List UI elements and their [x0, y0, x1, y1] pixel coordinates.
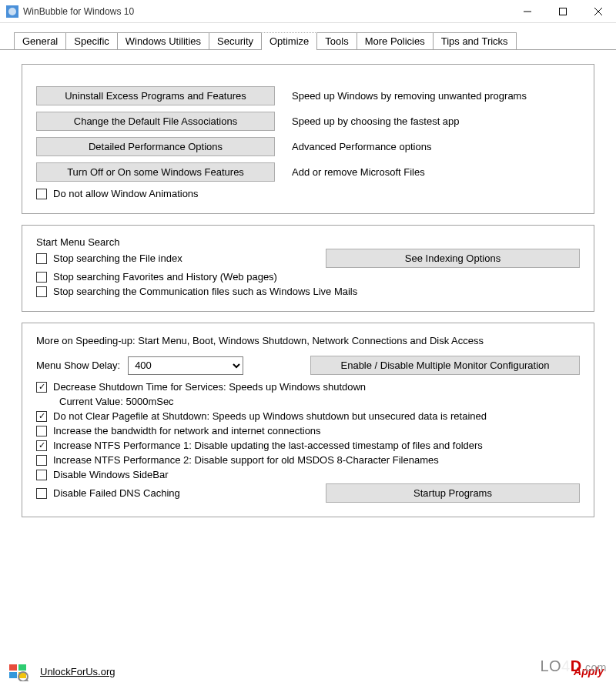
stop-file-index-label: Stop searching the File index	[53, 253, 182, 264]
svg-rect-8	[9, 672, 17, 678]
svg-rect-7	[18, 664, 26, 671]
speedup-title: More on Speeding-up: Start Menu, Boot, W…	[36, 334, 498, 348]
indexing-options-button[interactable]: See Indexing Options	[326, 249, 580, 268]
minimize-button[interactable]	[510, 0, 545, 23]
no-animations-label: Do not allow Window Animations	[53, 188, 199, 199]
stop-favorites-label: Stop searching Favorites and History (We…	[53, 271, 277, 283]
tab-windows-utilities[interactable]: Windows Utilities	[117, 32, 209, 49]
decrease-shutdown-label: Decrease Shutdown Time for Services: Spe…	[53, 381, 366, 393]
disable-sidebar-checkbox[interactable]	[36, 470, 47, 480]
tab-security[interactable]: Security	[209, 32, 262, 49]
svg-point-1	[8, 8, 16, 15]
stop-comm-files-checkbox[interactable]	[36, 286, 47, 297]
stop-file-index-checkbox[interactable]	[36, 253, 47, 264]
decrease-shutdown-checkbox[interactable]	[36, 382, 47, 393]
app-icon	[6, 5, 18, 18]
no-clear-pagefile-checkbox[interactable]	[36, 411, 47, 422]
search-group-title: Start Menu Search	[36, 236, 326, 248]
increase-bandwidth-checkbox[interactable]	[36, 426, 47, 436]
tab-tools[interactable]: Tools	[316, 32, 357, 49]
svg-rect-6	[9, 664, 17, 671]
footer: UnlockForUs.org Apply	[8, 661, 608, 681]
perf-options-button[interactable]: Detailed Performance Options	[36, 137, 275, 156]
uninstall-desc: Speed up Windows by removing unwanted pr…	[275, 90, 580, 102]
no-animations-checkbox[interactable]	[36, 189, 47, 199]
maximize-button[interactable]	[545, 0, 581, 23]
uninstall-programs-button[interactable]: Uninstall Excess Programs and Features	[36, 86, 275, 105]
ntfs2-checkbox[interactable]	[36, 455, 47, 466]
monitor-config-button[interactable]: Enable / Disable Multiple Monitor Config…	[310, 356, 580, 375]
menu-delay-combo[interactable]: 400	[128, 356, 243, 375]
tab-general[interactable]: General	[14, 32, 66, 49]
window-title: WinBubble for Windows 10	[23, 6, 510, 17]
footer-link[interactable]: UnlockForUs.org	[40, 666, 116, 677]
footer-logo-icon	[8, 661, 29, 681]
menu-delay-label: Menu Show Delay:	[36, 360, 120, 371]
shutdown-current-value: Current Value: 5000mSec	[59, 396, 580, 407]
tab-specific[interactable]: Specific	[65, 32, 118, 49]
no-clear-pagefile-label: Do not Clear Pagefile at Shutdown: Speed…	[53, 410, 487, 422]
file-assoc-button[interactable]: Change the Default File Associations	[36, 112, 275, 131]
tab-optimize[interactable]: Optimize	[261, 32, 317, 50]
speedup-group: More on Speeding-up: Start Menu, Boot, W…	[22, 323, 594, 517]
file-assoc-desc: Speed up by choosing the fastest app	[275, 115, 580, 127]
watermark: LO4D.com	[540, 657, 607, 675]
increase-bandwidth-label: Increase the bandwidth for network and i…	[53, 425, 321, 436]
start-menu-search-group: Start Menu Search Stop searching the Fil…	[22, 225, 594, 312]
windows-features-button[interactable]: Turn Off or On some Windows Features	[36, 162, 275, 182]
stop-comm-files-label: Stop searching the Communication files s…	[53, 286, 357, 297]
ntfs2-label: Increase NTFS Performance 2: Disable sup…	[53, 454, 439, 466]
disable-dns-caching-label: Disable Failed DNS Caching	[53, 487, 180, 499]
perf-options-desc: Advanced Performance options	[275, 141, 580, 152]
tab-content: Uninstall Excess Programs and Features S…	[0, 50, 616, 536]
close-button[interactable]	[581, 0, 616, 23]
startup-programs-button[interactable]: Startup Programs	[326, 483, 580, 503]
windows-features-desc: Add or remove Microsoft Files	[275, 166, 580, 178]
tab-strip: General Specific Windows Utilities Secur…	[0, 23, 616, 50]
title-bar: WinBubble for Windows 10	[0, 0, 616, 23]
tab-more-policies[interactable]: More Policies	[357, 32, 434, 49]
tab-tips-and-tricks[interactable]: Tips and Tricks	[433, 32, 517, 49]
ntfs1-label: Increase NTFS Performance 1: Disable upd…	[53, 440, 483, 451]
ntfs1-checkbox[interactable]	[36, 440, 47, 451]
stop-favorites-checkbox[interactable]	[36, 272, 47, 283]
disable-dns-caching-checkbox[interactable]	[36, 488, 47, 499]
svg-rect-3	[560, 8, 567, 15]
svg-line-11	[26, 680, 29, 681]
top-group: Uninstall Excess Programs and Features S…	[22, 64, 594, 214]
disable-sidebar-label: Disable Windows SideBar	[53, 469, 169, 480]
